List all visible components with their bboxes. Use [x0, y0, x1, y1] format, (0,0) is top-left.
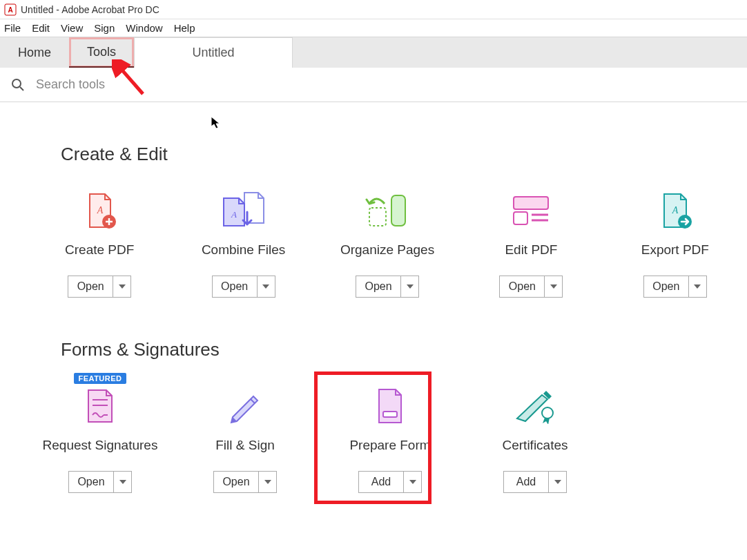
dropdown-button[interactable] — [401, 276, 419, 298]
combine-files-icon: A — [220, 186, 268, 235]
menu-window[interactable]: Window — [126, 22, 162, 34]
featured-badge: FEATURED — [74, 373, 126, 384]
svg-text:A: A — [672, 205, 679, 215]
prepare-form-icon — [374, 381, 407, 431]
menu-help[interactable]: Help — [174, 22, 195, 34]
dropdown-button[interactable] — [114, 471, 132, 493]
tool-create-pdf[interactable]: A Create PDF Open — [28, 186, 171, 298]
tab-tools[interactable]: Tools — [69, 37, 134, 68]
tool-request-signatures[interactable]: FEATURED Request Signatures Open — [28, 381, 173, 493]
section-create-edit-row: A Create PDF Open — [0, 186, 747, 298]
certificates-icon — [513, 381, 557, 431]
search-input[interactable] — [35, 77, 311, 93]
dropdown-button[interactable] — [404, 471, 422, 493]
tool-label: Edit PDF — [505, 242, 557, 258]
app-icon: A — [4, 3, 17, 16]
open-button[interactable]: Open — [499, 276, 545, 298]
menu-sign[interactable]: Sign — [94, 22, 115, 34]
tool-edit-pdf[interactable]: Edit PDF Open — [459, 186, 603, 298]
svg-rect-12 — [514, 197, 548, 209]
request-signatures-icon — [83, 381, 117, 431]
title-bar: A Untitled - Adobe Acrobat Pro DC — [0, 0, 747, 19]
chevron-down-icon — [264, 480, 271, 484]
tool-label: Organize Pages — [340, 242, 434, 258]
svg-rect-11 — [369, 208, 386, 226]
svg-rect-10 — [391, 195, 405, 226]
svg-rect-13 — [514, 212, 527, 224]
fill-sign-icon — [226, 381, 264, 431]
export-pdf-icon: A — [654, 186, 696, 235]
tool-certificates[interactable]: Certificates Add — [463, 381, 608, 493]
tool-label: Create PDF — [65, 242, 134, 258]
open-button[interactable]: Open — [68, 276, 113, 298]
window-title: Untitled - Adobe Acrobat Pro DC — [21, 4, 159, 15]
dropdown-button[interactable] — [259, 471, 277, 493]
tool-label: Prepare Form — [349, 438, 430, 453]
create-pdf-icon: A — [79, 186, 120, 235]
add-button[interactable]: Add — [503, 471, 549, 493]
document-tabs: Home Tools Untitled — [0, 37, 747, 68]
section-create-edit-title: Create & Edit — [61, 144, 747, 165]
open-button[interactable]: Open — [68, 471, 114, 493]
menu-view[interactable]: View — [61, 22, 83, 34]
tool-label: Fill & Sign — [215, 438, 275, 453]
chevron-down-icon — [407, 284, 414, 289]
tool-label: Request Signatures — [43, 438, 158, 453]
section-forms-sig-title: Forms & Signatures — [61, 339, 747, 360]
svg-text:A: A — [231, 209, 237, 220]
search-bar — [0, 68, 747, 102]
add-button[interactable]: Add — [358, 471, 404, 493]
menu-bar: File Edit View Sign Window Help — [0, 19, 747, 37]
dropdown-button[interactable] — [549, 471, 567, 493]
tab-home[interactable]: Home — [0, 37, 69, 68]
tool-fill-sign[interactable]: Fill & Sign Open — [173, 381, 318, 493]
svg-rect-21 — [383, 412, 397, 417]
dropdown-button[interactable] — [258, 276, 275, 298]
svg-line-4 — [20, 87, 23, 90]
svg-text:A: A — [97, 205, 104, 215]
tool-combine-files[interactable]: A Combine Files Open — [171, 186, 315, 298]
menu-edit[interactable]: Edit — [32, 22, 50, 34]
organize-pages-icon — [365, 186, 409, 235]
tool-organize-pages[interactable]: Organize Pages Open — [316, 186, 459, 298]
tool-prepare-form[interactable]: Prepare Form Add — [318, 381, 463, 493]
open-button[interactable]: Open — [213, 471, 259, 493]
search-icon — [11, 78, 25, 92]
tools-panel: Create & Edit A Create PDF Open — [0, 102, 747, 560]
chevron-down-icon — [694, 284, 701, 289]
chevron-down-icon — [119, 284, 126, 289]
section-forms-sig-row: FEATURED Request Signatures Open — [0, 381, 747, 493]
dropdown-button[interactable] — [113, 276, 131, 298]
chevron-down-icon — [409, 480, 416, 484]
chevron-down-icon — [262, 284, 269, 289]
svg-point-22 — [542, 407, 553, 418]
svg-point-3 — [12, 79, 21, 88]
tool-label: Certificates — [502, 438, 567, 453]
open-button[interactable]: Open — [212, 276, 258, 298]
menu-file[interactable]: File — [4, 22, 21, 34]
edit-pdf-icon — [511, 186, 551, 235]
dropdown-button[interactable] — [689, 276, 707, 298]
open-button[interactable]: Open — [643, 276, 689, 298]
svg-text:A: A — [8, 6, 12, 14]
tool-label: Export PDF — [641, 242, 709, 258]
chevron-down-icon — [550, 284, 557, 289]
chevron-down-icon — [554, 480, 561, 484]
chevron-down-icon — [119, 480, 126, 484]
tab-document[interactable]: Untitled — [134, 37, 293, 68]
open-button[interactable]: Open — [356, 276, 401, 298]
tool-export-pdf[interactable]: A Export PDF Open — [603, 186, 747, 298]
tool-label: Combine Files — [202, 242, 285, 258]
dropdown-button[interactable] — [545, 276, 563, 298]
